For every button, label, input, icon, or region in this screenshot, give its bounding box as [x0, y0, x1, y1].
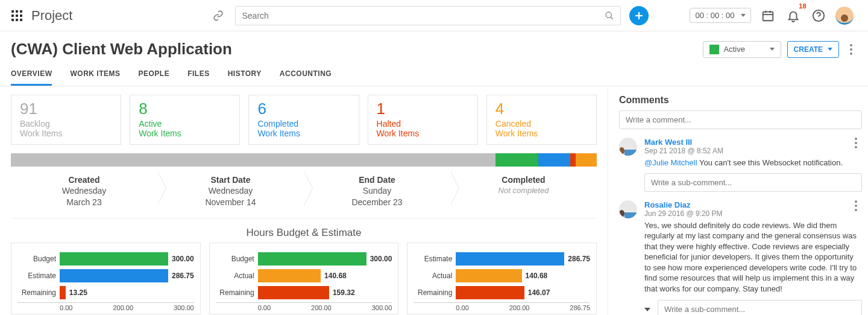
summary-line2: Work Items [139, 129, 231, 138]
add-button[interactable] [629, 6, 649, 25]
timeline-label: End Date [304, 175, 450, 185]
tab-work-items[interactable]: WORK ITEMS [70, 63, 120, 86]
summary-count: 6 [257, 100, 350, 118]
summary-count: 91 [20, 100, 112, 118]
sub-comment-input[interactable] [658, 300, 862, 315]
comments-panel: Comments Mark West III Sep 21 2018 @ 8:5… [608, 86, 868, 315]
apps-grid-icon[interactable] [11, 10, 23, 22]
timeline-value: November 14 [157, 197, 304, 208]
summary-line1: Halted [377, 119, 469, 129]
chart-row: Remaining 159.32 [216, 285, 392, 300]
tab-accounting[interactable]: ACCOUNTING [280, 63, 332, 86]
chart-row: Actual 140.68 [216, 269, 392, 283]
mention-link[interactable]: @Julie Mitchell [644, 158, 697, 167]
chart-value: 300.00 [172, 255, 194, 263]
svg-rect-0 [11, 10, 14, 13]
tab-files[interactable]: FILES [187, 63, 210, 86]
chart-bar [60, 286, 66, 299]
search-input[interactable] [242, 11, 605, 21]
status-color-swatch [709, 45, 719, 54]
comment-input[interactable] [619, 110, 862, 129]
chart-bar [60, 252, 168, 266]
timeline-end: End Date Sunday December 23 [304, 171, 450, 214]
axis-tick: 200.00 [113, 304, 133, 311]
create-label: CREATE [794, 45, 823, 54]
caret-down-icon [741, 14, 746, 17]
summary-cards: 91 Backlog Work Items8 Active Work Items… [11, 95, 597, 145]
chart-value: 13.25 [69, 288, 87, 297]
brand-label: Project [31, 8, 72, 24]
comment-date: Sep 21 2018 @ 8:52 AM [644, 147, 862, 155]
timer-value: 00 : 00 : 00 [695, 11, 734, 20]
search-field[interactable] [235, 6, 621, 25]
chart-axis: 0.00200.00286.75 [414, 302, 590, 311]
chart-row: Actual 140.68 [414, 269, 590, 283]
summary-card[interactable]: 91 Backlog Work Items [11, 95, 121, 145]
chart-row: Estimate 286.75 [17, 269, 194, 283]
timeline-value: Wednesday [11, 186, 157, 197]
summary-line2: Work Items [257, 129, 350, 138]
timeline-value: Wednesday [157, 186, 304, 197]
chart-row: Remaining 13.25 [17, 285, 194, 300]
notifications-icon[interactable]: 18 [785, 7, 802, 24]
summary-card[interactable]: 8 Active Work Items [130, 95, 240, 145]
chart-bar [60, 269, 168, 282]
link-icon[interactable] [210, 7, 227, 24]
summary-line1: Canceled [495, 119, 588, 129]
calendar-icon[interactable] [760, 7, 776, 24]
chart-row-label: Budget [17, 255, 56, 263]
timeline-value: Sunday [304, 186, 450, 197]
chart-row-label: Actual [216, 272, 254, 280]
comment-text: Yes, we should definitely do code review… [644, 220, 862, 294]
chart-row: Estimate 286.75 [414, 252, 590, 266]
project-actions: Active CREATE [703, 41, 857, 58]
search-icon[interactable] [605, 11, 614, 21]
chart-row-label: Remaining [216, 288, 254, 297]
create-button[interactable]: CREATE [787, 41, 839, 58]
tab-history[interactable]: HISTORY [228, 63, 262, 86]
timeline-value: Not completed [450, 186, 597, 195]
chart-value: 300.00 [370, 255, 392, 263]
svg-rect-13 [763, 11, 773, 21]
status-dropdown[interactable]: Active [703, 41, 781, 58]
timeline: Created Wednesday March 23 Start Date We… [11, 171, 597, 214]
svg-rect-3 [11, 14, 14, 17]
commenter-name[interactable]: Rosalie Diaz [644, 200, 862, 209]
summary-card[interactable]: 4 Canceled Work Items [486, 95, 597, 145]
summary-card[interactable]: 1 Halted Work Items [368, 95, 478, 145]
progress-completed [538, 153, 570, 167]
commenter-name[interactable]: Mark West III [644, 138, 862, 147]
sub-comment-input[interactable] [644, 173, 862, 192]
axis-tick: 286.75 [570, 304, 590, 311]
axis-tick: 0.00 [60, 304, 72, 311]
timer-dropdown[interactable]: 00 : 00 : 00 [690, 8, 750, 23]
chart-axis: 0.00200.00300.00 [216, 302, 392, 311]
comment-item: Rosalie Diaz Jun 29 2016 @ 9:20 PM Yes, … [619, 200, 862, 315]
svg-rect-7 [16, 19, 18, 21]
summary-card[interactable]: 6 Completed Work Items [248, 95, 359, 145]
comments-header: Comments [619, 95, 862, 106]
help-icon[interactable] [810, 7, 827, 24]
progress-canceled [576, 153, 597, 167]
chart-row: Remaining 146.07 [414, 285, 590, 300]
summary-count: 1 [377, 100, 469, 118]
more-menu-icon[interactable] [845, 44, 857, 55]
comment-more-icon[interactable] [850, 138, 862, 148]
chart-axis: 0.00200.00300.00 [17, 302, 194, 311]
user-avatar[interactable] [835, 7, 854, 25]
axis-tick: 300.00 [174, 304, 194, 311]
commenter-avatar [619, 200, 637, 218]
axis-tick: 200.00 [311, 304, 332, 311]
svg-rect-2 [20, 10, 22, 13]
summary-count: 4 [495, 100, 588, 118]
progress-halted [570, 153, 576, 167]
chart-row-label: Remaining [414, 288, 452, 297]
comment-more-icon[interactable] [850, 200, 862, 211]
chart-value: 286.75 [172, 272, 194, 280]
charts: Budget 300.00 Estimate 286.75 Remaining … [11, 243, 597, 314]
svg-line-10 [611, 17, 613, 19]
project-title: (CWA) Client Web Application [11, 40, 232, 59]
tab-overview[interactable]: OVERVIEW [11, 63, 52, 86]
tab-people[interactable]: PEOPLE [138, 63, 169, 86]
expand-toggle-icon[interactable] [644, 308, 650, 311]
